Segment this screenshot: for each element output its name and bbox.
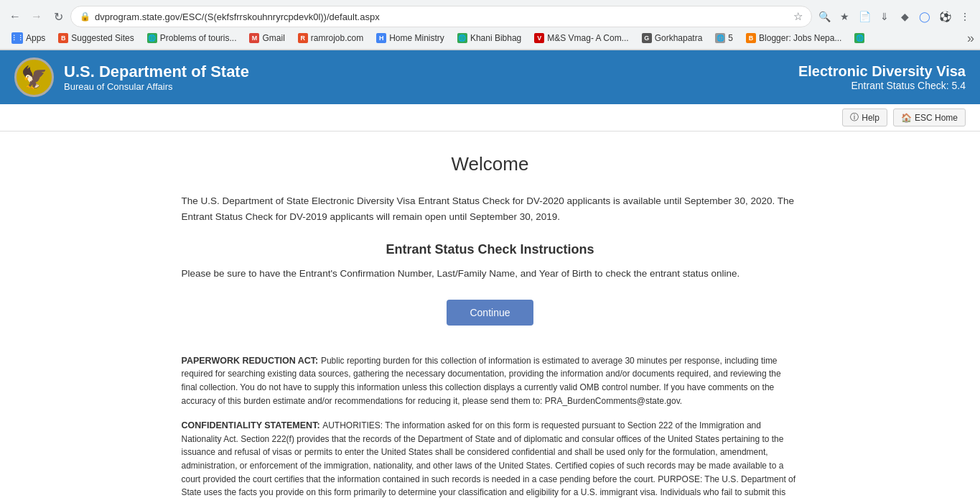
vmag-bookmark[interactable]: V M&S Vmag- A Com... bbox=[528, 31, 634, 45]
back-button[interactable]: ← bbox=[6, 7, 24, 26]
bookmarks-more-button[interactable]: » bbox=[967, 32, 974, 45]
url-text: dvprogram.state.gov/ESC/(S(ekfsfrrskouhn… bbox=[95, 11, 789, 22]
utility-nav: ⓘ Help 🏠 ESC Home bbox=[0, 104, 980, 132]
header-right: Electronic Diversity Visa Entrant Status… bbox=[798, 63, 966, 91]
continue-btn-wrapper: Continue bbox=[182, 300, 799, 326]
ramrojob-bookmark[interactable]: R ramrojob.com bbox=[292, 31, 369, 45]
browser-actions: 🔍 ★ 📄 ⇓ ◆ ◯ ⚽ ⋮ bbox=[815, 7, 974, 26]
gorkhapatra-bookmark[interactable]: G Gorkhapatra bbox=[636, 31, 709, 45]
gmail-bookmark[interactable]: M Gmail bbox=[243, 31, 290, 45]
more-bookmarks[interactable]: 🌐 bbox=[849, 31, 870, 45]
khani-label: Khani Bibhag bbox=[470, 33, 521, 43]
seal-eagle-icon: 🦅 bbox=[21, 65, 47, 90]
home-icon: 🏠 bbox=[901, 113, 912, 123]
program-title: Electronic Diversity Visa bbox=[798, 63, 966, 80]
help-button[interactable]: ⓘ Help bbox=[842, 109, 887, 126]
menu-icon[interactable]: ⋮ bbox=[956, 7, 974, 26]
problems-bookmark[interactable]: 🌐 Problems of touris... bbox=[141, 31, 243, 45]
home-ministry-label: Home Ministry bbox=[389, 33, 444, 43]
paperwork-title: PAPERWORK REDUCTION ACT: bbox=[182, 356, 319, 366]
instructions-text: Please be sure to have the Entrant's Con… bbox=[182, 266, 799, 282]
site-header: 🦅 U.S. Department of State Bureau of Con… bbox=[0, 50, 980, 104]
vmag-label: M&S Vmag- A Com... bbox=[547, 33, 628, 43]
continue-button[interactable]: Continue bbox=[447, 300, 533, 326]
search-icon[interactable]: 🔍 bbox=[815, 7, 834, 26]
more-bookmarks-icon: 🌐 bbox=[854, 33, 864, 43]
soccer-icon[interactable]: ⚽ bbox=[935, 7, 954, 26]
department-name: U.S. Department of State Bureau of Consu… bbox=[64, 63, 249, 92]
instructions-heading: Entrant Status Check Instructions bbox=[182, 242, 799, 257]
department-seal: 🦅 bbox=[14, 57, 54, 97]
dept-title: U.S. Department of State bbox=[64, 63, 249, 81]
suggested-sites-bookmark[interactable]: B Suggested Sites bbox=[52, 31, 139, 45]
blogger-icon: B bbox=[746, 33, 756, 43]
khani-bibhag-bookmark[interactable]: 🌐 Khani Bibhag bbox=[452, 31, 527, 45]
khani-icon: 🌐 bbox=[457, 33, 467, 43]
apps-label: Apps bbox=[26, 33, 45, 43]
suggested-sites-label: Suggested Sites bbox=[71, 33, 134, 43]
extension-icon[interactable]: ◆ bbox=[895, 7, 914, 26]
bookmarks-bar: ⋮⋮ Apps B Suggested Sites 🌐 Problems of … bbox=[0, 27, 980, 50]
esc-home-button[interactable]: 🏠 ESC Home bbox=[893, 109, 966, 126]
confidentiality-section: CONFIDENTIALITY STATEMENT: AUTHORITIES: … bbox=[182, 419, 799, 498]
address-bar[interactable]: 🔒 dvprogram.state.gov/ESC/(S(ekfsfrrskou… bbox=[70, 6, 812, 27]
star-icon[interactable]: ☆ bbox=[793, 10, 803, 23]
help-icon: ⓘ bbox=[850, 111, 859, 124]
paperwork-section: PAPERWORK REDUCTION ACT: Public reportin… bbox=[182, 354, 799, 407]
apps-icon: ⋮⋮ bbox=[11, 32, 23, 44]
problems-icon: 🌐 bbox=[147, 33, 157, 43]
confidentiality-text: AUTHORITIES: The information asked for o… bbox=[182, 420, 797, 498]
home-ministry-bookmark[interactable]: H Home Ministry bbox=[370, 31, 450, 45]
gorkhapatra-icon: G bbox=[642, 33, 652, 43]
confidentiality-title: CONFIDENTIALITY STATEMENT: bbox=[182, 420, 320, 430]
num5-label: 5 bbox=[728, 33, 733, 43]
bureau-subtitle: Bureau of Consular Affairs bbox=[64, 81, 249, 92]
page-title: Welcome bbox=[182, 153, 799, 175]
esc-home-label: ESC Home bbox=[915, 113, 958, 123]
num5-bookmark[interactable]: 🌐 5 bbox=[709, 31, 739, 45]
help-label: Help bbox=[862, 113, 879, 123]
gmail-label: Gmail bbox=[262, 33, 284, 43]
download-icon[interactable]: ⇓ bbox=[875, 7, 894, 26]
ramrojob-icon: R bbox=[298, 33, 308, 43]
chrome-icon[interactable]: ◯ bbox=[915, 7, 934, 26]
intro-text: The U.S. Department of State Electronic … bbox=[182, 193, 799, 224]
blogger-label: Blogger: Jobs Nepa... bbox=[759, 33, 841, 43]
vmag-icon: V bbox=[534, 33, 544, 43]
blogger-bookmark[interactable]: B Blogger: Jobs Nepa... bbox=[740, 31, 847, 45]
gorkhapatra-label: Gorkhapatra bbox=[655, 33, 703, 43]
browser-chrome: ← → ↻ 🔒 dvprogram.state.gov/ESC/(S(ekfsf… bbox=[0, 0, 980, 50]
forward-button[interactable]: → bbox=[27, 7, 46, 26]
bookmark-icon[interactable]: ★ bbox=[835, 7, 854, 26]
home-ministry-icon: H bbox=[376, 33, 386, 43]
main-content: Welcome The U.S. Department of State Ele… bbox=[167, 132, 813, 498]
history-icon[interactable]: 📄 bbox=[855, 7, 874, 26]
gmail-icon: M bbox=[249, 33, 259, 43]
header-left: 🦅 U.S. Department of State Bureau of Con… bbox=[14, 57, 249, 97]
num5-icon: 🌐 bbox=[715, 33, 725, 43]
lock-icon: 🔒 bbox=[80, 11, 90, 22]
apps-bookmark[interactable]: ⋮⋮ Apps bbox=[6, 30, 51, 46]
reload-button[interactable]: ↻ bbox=[49, 7, 67, 26]
suggested-sites-icon: B bbox=[58, 33, 68, 43]
problems-label: Problems of touris... bbox=[160, 33, 237, 43]
status-check-version: Entrant Status Check: 5.4 bbox=[798, 80, 966, 91]
ramrojob-label: ramrojob.com bbox=[311, 33, 363, 43]
browser-toolbar: ← → ↻ 🔒 dvprogram.state.gov/ESC/(S(ekfsf… bbox=[0, 0, 980, 27]
